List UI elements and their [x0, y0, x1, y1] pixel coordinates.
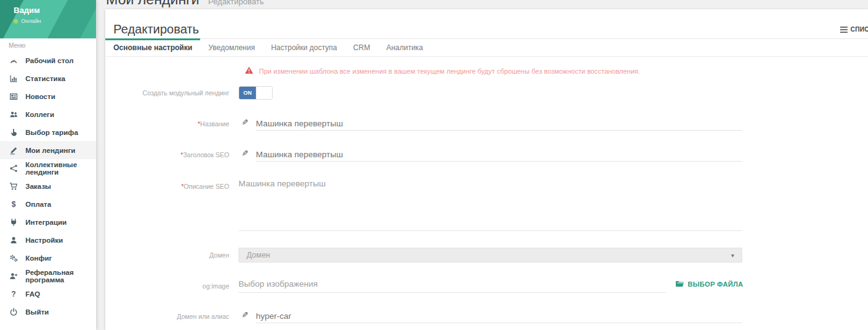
question-icon: ?	[9, 289, 19, 298]
warning-text: При изменении шаблона все изменения в ва…	[259, 67, 640, 75]
tab-notifications[interactable]: Уведомления	[200, 39, 263, 56]
sidebar-item-colleagues[interactable]: Коллеги	[0, 105, 96, 123]
alias-field-label: Домен или алиас	[105, 313, 229, 321]
breadcrumb: Редактировать	[208, 0, 264, 6]
pencil-icon: ✎	[242, 118, 248, 127]
sidebar-item-label: Рабочий стол	[25, 57, 74, 64]
sidebar-item-label: Интеграции	[25, 219, 67, 226]
app-screen: Вадим Онлайн Меню Рабочий столСтатистика…	[0, 0, 868, 330]
sidebar-item-label: Реферальная программа	[25, 269, 96, 284]
page-title: Мои лендинги	[106, 0, 199, 7]
main-area: Мои лендинги Редактировать Редактировать…	[96, 0, 868, 330]
form-content: При изменении шаблона все изменения в ва…	[105, 58, 868, 330]
seo-description-wrap: Машинка перевертыш	[239, 179, 742, 233]
online-status-icon	[14, 19, 18, 24]
sidebar: Вадим Онлайн Меню Рабочий столСтатистика…	[0, 0, 96, 330]
sidebar-item-news[interactable]: Новости	[0, 87, 96, 105]
share-icon	[9, 163, 19, 173]
gears-icon	[9, 253, 19, 263]
user-name: Вадим	[14, 6, 40, 15]
sidebar-item-orders[interactable]: Заказы	[0, 177, 96, 195]
title-input[interactable]	[256, 117, 742, 131]
sidebar-menu: Рабочий столСтатистикаНовостиКоллегиВыбо…	[0, 51, 96, 321]
sidebar-item-collective-landings[interactable]: Коллективные лендинги	[0, 159, 96, 177]
card-title: Редактировать	[113, 22, 199, 37]
menu-section-label: Меню	[9, 42, 25, 49]
domain-select-value: Домен	[247, 251, 270, 259]
sidebar-item-dashboard[interactable]: Рабочий стол	[0, 51, 96, 69]
sidebar-item-label: Конфиг	[25, 254, 52, 262]
user-icon	[9, 235, 19, 245]
sidebar-item-label: Коллективные лендинги	[25, 161, 96, 176]
og-image-field-label: og:image	[105, 282, 229, 290]
sidebar-item-logout[interactable]: Выйти	[0, 303, 96, 321]
seo-title-field-label: *Заголовок SEO	[105, 151, 229, 159]
alias-input[interactable]	[256, 310, 742, 323]
power-icon	[9, 307, 19, 316]
sidebar-item-label: Коллеги	[25, 111, 54, 118]
choose-file-label: ВЫБОР ФАЙЛА	[688, 280, 743, 288]
news-icon	[9, 92, 19, 101]
dollar-icon: $	[9, 199, 19, 209]
domain-select[interactable]: Домен ▾	[239, 248, 742, 263]
choose-file-button[interactable]: ВЫБОР ФАЙЛА	[675, 280, 743, 288]
toggle-on-label: ON	[239, 87, 256, 99]
folder-icon	[675, 280, 684, 288]
sidebar-item-label: Заказы	[25, 183, 51, 190]
sidebar-item-tariff[interactable]: Выбор тарифа	[0, 123, 96, 141]
modular-landing-toggle[interactable]: ON	[239, 86, 273, 100]
sidebar-item-label: Новости	[25, 93, 55, 100]
seo-description-textarea[interactable]: Машинка перевертыш	[239, 179, 742, 231]
users-icon	[9, 110, 19, 119]
sidebar-item-label: Мои лендинги	[25, 147, 76, 154]
plug-icon	[9, 217, 19, 227]
sidebar-item-label: Настройки	[25, 237, 63, 244]
sidebar-item-integrations[interactable]: Интеграции	[0, 213, 96, 231]
sidebar-item-faq[interactable]: ?FAQ	[0, 285, 96, 303]
sidebar-item-referral[interactable]: Реферальная программа	[0, 267, 96, 285]
list-button[interactable]: СПИСОК	[840, 26, 868, 33]
tab-crm[interactable]: CRM	[345, 39, 378, 56]
warning-icon	[245, 66, 253, 77]
seo-title-input[interactable]	[256, 148, 742, 162]
pen-launch-icon	[9, 145, 19, 155]
list-icon	[840, 27, 848, 33]
dashboard-icon	[9, 56, 19, 65]
sidebar-item-label: Статистика	[25, 75, 65, 82]
page-heading: Мои лендинги Редактировать	[106, 0, 264, 8]
domain-field-label: Домен	[105, 251, 229, 259]
stats-icon	[9, 74, 19, 83]
user-status: Онлайн	[14, 18, 41, 24]
sidebar-item-label: FAQ	[25, 290, 40, 298]
sidebar-item-stats[interactable]: Статистика	[0, 69, 96, 87]
alias-field-wrap: ✎	[239, 310, 742, 324]
user-status-label: Онлайн	[21, 18, 41, 24]
sidebar-item-settings[interactable]: Настройки	[0, 231, 96, 249]
title-field-wrap: ✎	[239, 117, 742, 131]
tabbar: Основные настройкиУведомленияНастройки д…	[105, 38, 868, 57]
tab-main-settings[interactable]: Основные настройки	[105, 39, 200, 56]
sidebar-item-my-landings[interactable]: Мои лендинги	[0, 141, 96, 159]
chevron-down-icon: ▾	[731, 252, 734, 259]
pencil-icon: ✎	[242, 149, 248, 158]
list-button-label: СПИСОК	[851, 26, 868, 33]
toggle-handle	[256, 87, 272, 99]
sidebar-item-payment[interactable]: $Оплата	[0, 195, 96, 213]
sidebar-user-panel: Вадим Онлайн	[0, 0, 96, 38]
seo-title-field-wrap: ✎	[239, 148, 742, 162]
og-image-value: Выбор изображения	[239, 279, 666, 293]
sidebar-item-config[interactable]: Конфиг	[0, 249, 96, 267]
seo-description-field-label: *Описание SEO	[105, 183, 229, 191]
sidebar-item-label: Оплата	[25, 201, 51, 208]
tab-access-settings[interactable]: Настройки доступа	[263, 39, 345, 56]
cart-icon	[9, 181, 19, 191]
sidebar-item-label: Выбор тарифа	[25, 129, 78, 136]
tab-analytics[interactable]: Аналитика	[378, 39, 431, 56]
modular-toggle-label: Создать модульный лендинг	[105, 89, 229, 97]
user-plus-icon	[9, 271, 19, 280]
pencil-icon: ✎	[242, 310, 248, 319]
edit-card: Редактировать СПИСОК Основные настройкиУ…	[105, 9, 868, 330]
warning-banner: При изменении шаблона все изменения в ва…	[245, 66, 640, 77]
sidebar-item-label: Выйти	[25, 308, 49, 316]
hand-pointer-icon	[9, 128, 19, 137]
